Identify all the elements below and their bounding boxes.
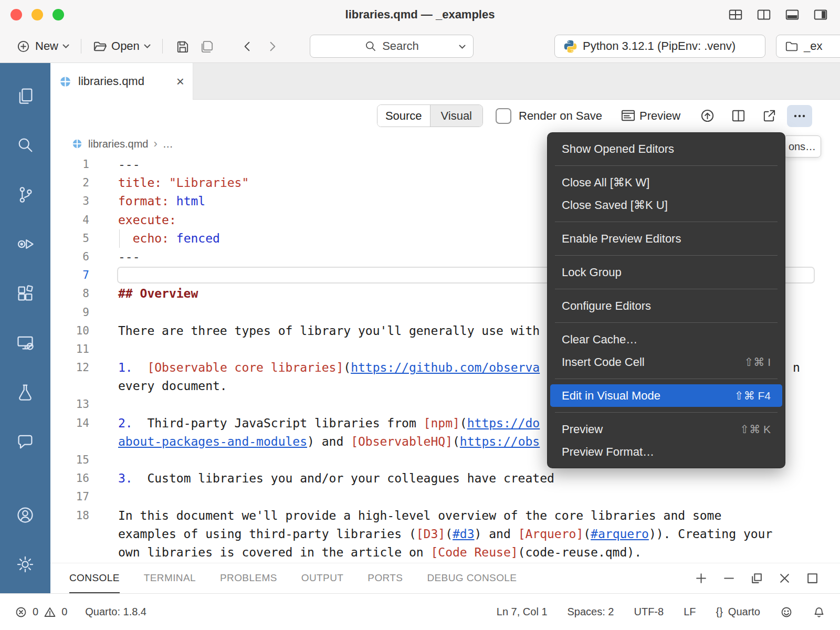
feedback-smiley-icon[interactable] (780, 606, 793, 618)
language-mode-status[interactable]: {} Quarto (716, 606, 760, 618)
sidebar-item-source-control[interactable] (0, 170, 50, 219)
sidebar-item-extensions[interactable] (0, 269, 50, 318)
close-tab-icon[interactable]: × (176, 75, 184, 88)
open-in-new-window-icon[interactable] (762, 108, 777, 123)
panel-tab-debug-console[interactable]: DEBUG CONSOLE (427, 563, 517, 593)
menu-item[interactable]: Lock Group (550, 261, 782, 284)
menu-item[interactable]: Close All [⌘K W] (550, 171, 782, 194)
search-icon (364, 40, 377, 52)
eol-status[interactable]: LF (684, 606, 696, 618)
quarto-version-status[interactable]: Quarto: 1.8.4 (85, 606, 146, 618)
new-console-plus-icon[interactable] (695, 572, 708, 585)
restore-panel-icon[interactable] (750, 572, 763, 585)
minimize-panel-icon[interactable] (722, 572, 736, 585)
sidebar-item-run-debug[interactable] (0, 219, 50, 269)
quarto-file-icon (71, 138, 83, 150)
sidebar-item-sessions[interactable] (0, 318, 50, 368)
open-button[interactable]: Open (89, 36, 155, 57)
ellipsis-icon (792, 108, 807, 124)
panel-tab-console[interactable]: CONSOLE (69, 563, 120, 593)
panel-tab-problems[interactable]: PROBLEMS (220, 563, 277, 593)
back-icon[interactable] (240, 39, 255, 54)
code-row[interactable]: examples of using third-party libraries … (50, 525, 840, 543)
split-editor-layout-icon[interactable] (756, 7, 772, 23)
source-mode-button[interactable]: Source (377, 105, 430, 127)
language-mode-label: Quarto (728, 606, 760, 618)
run-debug-icon (16, 235, 35, 254)
window-title: libraries.qmd — _examples (0, 0, 840, 29)
sidebar-item-settings[interactable] (0, 540, 50, 589)
save-all-icon[interactable] (200, 39, 214, 54)
more-actions-button[interactable] (787, 105, 812, 127)
line-number: 6 (50, 248, 89, 266)
forward-icon[interactable] (265, 39, 279, 54)
visual-mode-button[interactable]: Visual (430, 105, 483, 127)
code-row[interactable]: 163. Custom libraries you and/or your co… (50, 469, 840, 488)
toggle-secondary-sidebar-icon[interactable] (813, 7, 828, 23)
account-icon (16, 506, 35, 524)
sidebar-item-chat[interactable] (0, 417, 50, 466)
problems-status[interactable]: 0 0 (15, 606, 67, 618)
open-folder-icon (93, 39, 107, 54)
menu-item[interactable]: Preview Format… (550, 440, 782, 463)
preview-icon[interactable] (621, 108, 636, 123)
chevron-down-icon (62, 44, 69, 49)
code-row[interactable]: own libraries is covered in the article … (50, 543, 840, 562)
toolbar-divider (162, 39, 163, 54)
line-number: 11 (50, 340, 89, 359)
menu-shortcut: ⇧⌘ K (740, 423, 771, 436)
panel-tab-terminal[interactable]: TERMINAL (144, 563, 196, 593)
encoding-status[interactable]: UTF-8 (634, 606, 664, 618)
menu-shortcut: ⇧⌘ I (744, 356, 771, 369)
cursor-position-status[interactable]: Ln 7, Col 1 (497, 606, 548, 618)
line-number (50, 543, 89, 562)
breadcrumb-symbol[interactable]: … (163, 138, 173, 150)
render-icon[interactable] (700, 108, 715, 123)
tab-libraries-qmd[interactable]: libraries.qmd × (50, 63, 193, 100)
extensions-icon (16, 284, 35, 303)
notifications-bell-icon[interactable] (813, 606, 825, 618)
line-number: 1 (50, 155, 89, 174)
more-actions-tooltip-fragment: ons… (783, 135, 821, 158)
settings-gear-icon (16, 555, 35, 574)
interpreter-selector[interactable]: Python 3.12.1 (PipEnv: .venv) (554, 35, 765, 58)
panel-tab-ports[interactable]: PORTS (368, 563, 403, 593)
new-button[interactable]: New (13, 36, 74, 57)
menu-item[interactable]: Show Opened Editors (550, 138, 782, 160)
menu-item[interactable]: Close Saved [⌘K U] (550, 194, 782, 216)
panel-tab-output[interactable]: OUTPUT (301, 563, 344, 593)
sidebar-item-account[interactable] (0, 490, 50, 540)
indentation-status[interactable]: Spaces: 2 (568, 606, 614, 618)
preview-button[interactable]: Preview (639, 100, 680, 132)
sessions-icon (16, 333, 35, 352)
maximize-panel-icon[interactable] (806, 572, 819, 585)
code-row[interactable]: 18In this document we'll provide a high-… (50, 507, 840, 525)
line-number: 7 (50, 266, 89, 285)
split-editor-icon[interactable] (731, 108, 746, 123)
code-row[interactable]: 17 (50, 488, 840, 506)
menu-separator (555, 289, 778, 289)
menu-item[interactable]: Enable Preview Editors (550, 227, 782, 250)
error-count: 0 (33, 606, 38, 618)
folder-icon (785, 39, 799, 53)
panel-tab-bar: CONSOLETERMINALPROBLEMSOUTPUTPORTSDEBUG … (50, 563, 840, 593)
menu-item[interactable]: Preview⇧⌘ K (550, 418, 782, 440)
line-number: 10 (50, 322, 89, 340)
workspace-label: _ex (804, 39, 822, 53)
save-icon[interactable] (175, 39, 190, 54)
line-number: 15 (50, 451, 89, 469)
menu-item[interactable]: Insert Code Cell⇧⌘ I (550, 351, 782, 373)
workspace-button[interactable]: _ex (776, 35, 840, 58)
menu-item[interactable]: Edit in Visual Mode⇧⌘ F4 (550, 384, 782, 407)
search-box[interactable]: Search (310, 35, 474, 58)
menu-item[interactable]: Configure Editors (550, 295, 782, 317)
render-on-save-checkbox[interactable] (496, 108, 511, 124)
sidebar-item-testing[interactable] (0, 368, 50, 417)
customize-layout-icon[interactable] (728, 7, 743, 23)
close-panel-icon[interactable] (778, 572, 791, 585)
menu-item[interactable]: Clear Cache… (550, 328, 782, 351)
breadcrumb-file[interactable]: libraries.qmd (88, 138, 148, 150)
line-number: 17 (50, 488, 89, 506)
warning-icon (44, 606, 56, 618)
toggle-panel-icon[interactable] (784, 7, 800, 23)
